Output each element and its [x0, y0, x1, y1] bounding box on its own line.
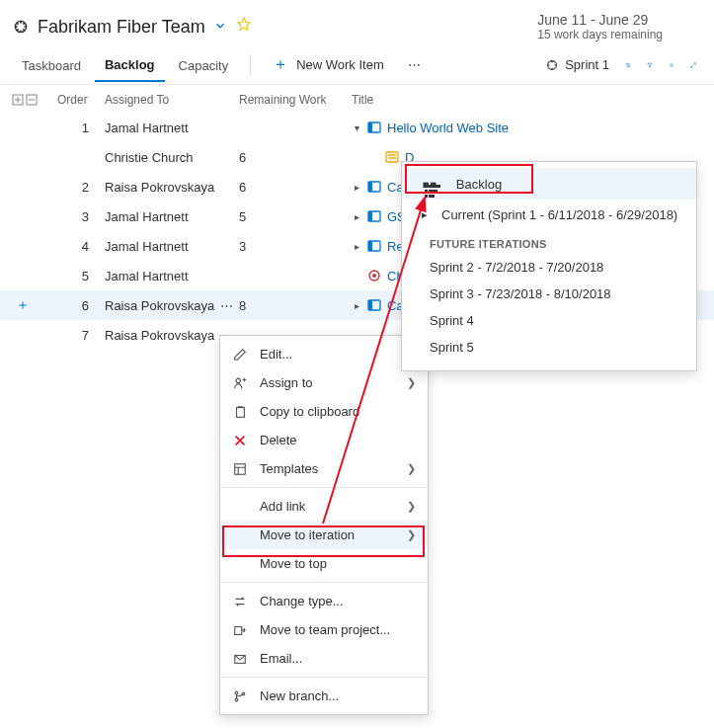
svg-point-26: [235, 698, 238, 701]
svg-rect-15: [368, 241, 372, 251]
assigned-cell: Jamal Hartnett: [105, 209, 239, 224]
sprint-picker[interactable]: Sprint 1: [539, 57, 615, 72]
tab-capacity[interactable]: Capacity: [169, 49, 239, 81]
gear-icon[interactable]: [663, 56, 680, 74]
svg-point-20: [236, 378, 240, 382]
work-item-title[interactable]: Hello World Web Site: [387, 121, 509, 135]
chevron-right-icon: ❯: [407, 500, 416, 513]
ctx-assign-to[interactable]: Assign to ❯: [220, 368, 428, 397]
team-icon: [12, 18, 30, 36]
svg-rect-19: [368, 300, 372, 310]
templates-icon: [232, 462, 248, 476]
caret-icon[interactable]: ▸: [352, 182, 361, 193]
separator: [220, 677, 428, 678]
order-cell: 5: [57, 269, 105, 283]
chevron-right-icon: ❯: [407, 462, 416, 475]
caret-icon[interactable]: ▸: [352, 211, 361, 222]
table-row[interactable]: 1Jamal Hartnett▾Hello World Web Site: [0, 113, 714, 142]
caret-icon[interactable]: ▾: [352, 122, 361, 133]
fly-sprint-5[interactable]: Sprint 5: [402, 334, 696, 361]
column-headers: Order Assigned To Remaining Work Title: [0, 85, 714, 113]
col-order[interactable]: Order: [57, 93, 105, 107]
tab-taskboard[interactable]: Taskboard: [12, 49, 91, 81]
page-header: Fabrikam Fiber Team June 11 - June 29 15…: [0, 0, 714, 45]
order-cell: 2: [57, 180, 105, 195]
order-cell: 1: [57, 121, 105, 135]
fly-current-label: Current (Sprint 1 - 6/11/2018 - 6/29/201…: [441, 207, 677, 222]
svg-point-2: [627, 63, 628, 64]
ctx-move-to-iteration[interactable]: Move to iteration ❯: [220, 521, 428, 549]
fly-current[interactable]: ▸ Current (Sprint 1 - 6/11/2018 - 6/29/2…: [402, 200, 696, 230]
caret-icon[interactable]: ▸: [352, 300, 361, 311]
fly-backlog[interactable]: ▪▪ Backlog: [402, 168, 696, 200]
col-remaining[interactable]: Remaining Work: [239, 93, 352, 107]
expand-collapse-icons[interactable]: [12, 93, 57, 107]
ctx-templates[interactable]: Templates ❯: [220, 454, 428, 483]
new-work-item-button[interactable]: ＋ New Work Item: [263, 48, 394, 81]
ctx-change-type[interactable]: Change type...: [220, 587, 428, 615]
work-item-type-icon: [385, 150, 399, 164]
team-name[interactable]: Fabrikam Fiber Team: [38, 17, 205, 38]
svg-point-4: [671, 64, 673, 66]
remaining-cell: 8: [239, 298, 352, 313]
move-project-icon: [232, 623, 248, 637]
svg-rect-31: [429, 190, 437, 193]
chevron-down-icon[interactable]: [213, 19, 227, 36]
separator: [220, 487, 428, 488]
ctx-move-to-top[interactable]: Move to top: [220, 549, 428, 578]
col-title[interactable]: Title: [352, 93, 702, 107]
assigned-cell: Jamal Hartnett: [105, 269, 239, 283]
ctx-copy[interactable]: Copy to clipboard: [220, 397, 428, 426]
work-item-type-icon: [367, 121, 381, 134]
assigned-cell: Raisa Pokrovskaya ⋯: [105, 298, 239, 313]
date-range: June 11 - June 29: [537, 12, 663, 28]
svg-point-25: [235, 691, 238, 694]
person-icon: [232, 376, 248, 390]
row-more-icon[interactable]: ⋯: [218, 298, 236, 313]
clipboard-icon: [232, 405, 248, 419]
star-icon[interactable]: [235, 16, 253, 39]
ctx-edit[interactable]: Edit...: [220, 340, 428, 368]
fly-sprint-2[interactable]: Sprint 2 - 7/2/2018 - 7/20/2018: [402, 254, 696, 281]
settings-sliders-icon[interactable]: [619, 56, 637, 74]
iteration-flyout: ▪▪ Backlog ▸ Current (Sprint 1 - 6/11/20…: [401, 161, 697, 371]
assigned-cell: Raisa Pokrovskaya: [105, 180, 239, 195]
sprint-dates: June 11 - June 29 15 work days remaining: [537, 12, 663, 41]
work-item-type-icon: [367, 209, 381, 223]
ctx-move-to-project[interactable]: Move to team project...: [220, 615, 428, 644]
work-item-type-icon: [367, 269, 381, 283]
ctx-new-branch[interactable]: New branch...: [220, 682, 428, 710]
work-item-type-icon: [367, 239, 381, 253]
toolbar: Taskboard Backlog Capacity ＋ New Work It…: [0, 45, 714, 85]
ctx-delete[interactable]: Delete: [220, 426, 428, 454]
filter-icon[interactable]: [641, 56, 659, 74]
branch-icon: [232, 689, 248, 703]
fly-backlog-label: Backlog: [456, 177, 502, 192]
ctx-add-link[interactable]: Add link ❯: [220, 492, 428, 521]
work-item-type-icon: [367, 298, 381, 312]
fullscreen-icon[interactable]: [684, 56, 702, 74]
fly-sprint-4[interactable]: Sprint 4: [402, 307, 696, 334]
delete-icon: [232, 434, 248, 447]
svg-rect-33: [429, 195, 435, 198]
more-actions-button[interactable]: ⋯: [398, 51, 433, 78]
svg-point-17: [372, 274, 376, 278]
chevron-right-icon: ❯: [407, 376, 416, 389]
plus-icon: ＋: [273, 54, 288, 75]
caret-icon[interactable]: ▸: [352, 241, 361, 252]
col-assigned[interactable]: Assigned To: [105, 93, 239, 107]
add-icon[interactable]: ＋: [12, 296, 30, 312]
remaining-cell: 6: [239, 150, 352, 165]
work-item-type-icon: [367, 180, 381, 194]
ctx-email[interactable]: Email...: [220, 644, 428, 673]
assigned-cell: Christie Church: [105, 150, 239, 165]
days-remaining: 15 work days remaining: [537, 28, 663, 41]
swap-icon: [232, 595, 248, 608]
tab-backlog[interactable]: Backlog: [95, 48, 165, 82]
fly-sprint-3[interactable]: Sprint 3 - 7/23/2018 - 8/10/2018: [402, 281, 696, 307]
svg-rect-30: [425, 190, 428, 193]
email-icon: [232, 652, 248, 666]
svg-rect-9: [386, 152, 398, 162]
remaining-cell: 6: [239, 180, 352, 195]
separator: [220, 582, 428, 583]
